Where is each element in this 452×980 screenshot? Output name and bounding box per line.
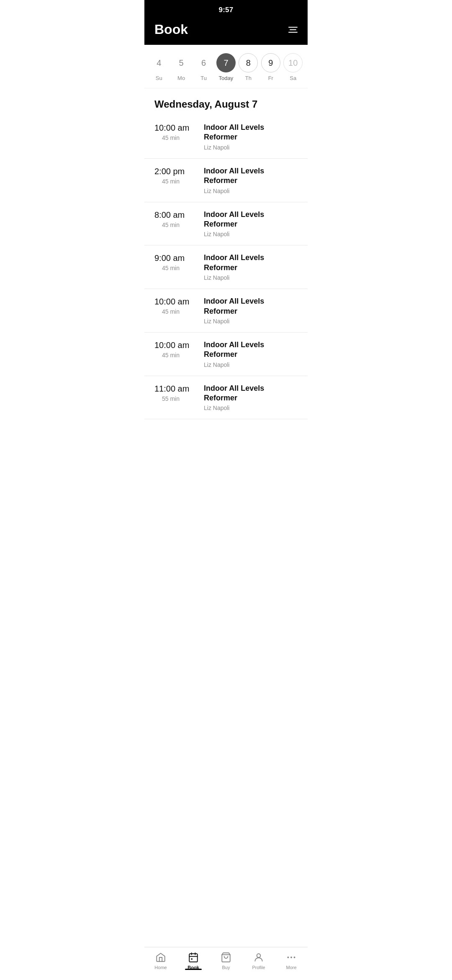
day-number-6: 6 [194, 53, 213, 72]
day-label-6: Tu [200, 75, 207, 81]
class-name: Indoor All Levels Reformer [204, 384, 298, 403]
status-bar: 9:57 [144, 0, 308, 18]
time-main: 8:00 am [154, 210, 185, 220]
class-time: 9:00 am 45 min [154, 253, 200, 271]
class-name: Indoor All Levels Reformer [204, 297, 298, 316]
day-number-5: 5 [172, 53, 191, 72]
day-label-8: Th [245, 75, 252, 81]
class-instructor: Liz Napoli [204, 231, 298, 237]
time-duration: 45 min [162, 352, 180, 358]
class-list-item[interactable]: 9:00 am 45 min Indoor All Levels Reforme… [144, 245, 308, 289]
class-time: 10:00 am 45 min [154, 123, 200, 141]
header: Book [144, 18, 308, 45]
class-name: Indoor All Levels Reformer [204, 210, 298, 230]
class-instructor: Liz Napoli [204, 274, 298, 281]
class-info: Indoor All Levels Reformer Liz Napoli [200, 253, 298, 281]
class-name: Indoor All Levels Reformer [204, 340, 298, 360]
class-list-item[interactable]: 10:00 am 45 min Indoor All Levels Reform… [144, 115, 308, 159]
class-list-item[interactable]: 2:00 pm 45 min Indoor All Levels Reforme… [144, 159, 308, 202]
day-label-4: Su [156, 75, 162, 81]
day-number-10: 10 [283, 53, 303, 72]
day-label-9: Fr [268, 75, 273, 81]
day-item-6[interactable]: 6 Tu [194, 53, 213, 81]
time-main: 10:00 am [154, 340, 189, 350]
class-instructor: Liz Napoli [204, 188, 298, 194]
page-title: Book [154, 22, 188, 37]
day-number-4: 4 [149, 53, 169, 72]
class-time: 10:00 am 45 min [154, 297, 200, 315]
class-list: 10:00 am 45 min Indoor All Levels Reform… [144, 115, 308, 469]
time-duration: 45 min [162, 178, 180, 185]
time-duration: 55 min [162, 395, 180, 402]
class-instructor: Liz Napoli [204, 405, 298, 411]
day-item-4[interactable]: 4 Su [149, 53, 169, 81]
class-list-item[interactable]: 10:00 am 45 min Indoor All Levels Reform… [144, 333, 308, 376]
class-info: Indoor All Levels Reformer Liz Napoli [200, 340, 298, 368]
day-label-7: Today [219, 75, 234, 81]
class-instructor: Liz Napoli [204, 361, 298, 368]
class-info: Indoor All Levels Reformer Liz Napoli [200, 384, 298, 412]
class-list-item[interactable]: 8:00 am 45 min Indoor All Levels Reforme… [144, 202, 308, 246]
class-time: 10:00 am 45 min [154, 340, 200, 358]
time-main: 10:00 am [154, 297, 189, 307]
day-number-9: 9 [261, 53, 280, 72]
time-main: 2:00 pm [154, 166, 185, 176]
day-item-8[interactable]: 8 Th [239, 53, 258, 81]
time-duration: 45 min [162, 265, 180, 271]
time-duration: 45 min [162, 134, 180, 141]
class-list-item[interactable]: 11:00 am 55 min Indoor All Levels Reform… [144, 376, 308, 420]
class-name: Indoor All Levels Reformer [204, 166, 298, 186]
day-number-7: 7 [216, 53, 236, 72]
class-name: Indoor All Levels Reformer [204, 253, 298, 273]
class-info: Indoor All Levels Reformer Liz Napoli [200, 166, 298, 194]
day-label-10: Sa [290, 75, 296, 81]
day-number-8: 8 [239, 53, 258, 72]
class-instructor: Liz Napoli [204, 318, 298, 325]
filter-button[interactable] [288, 27, 298, 33]
day-label-5: Mo [177, 75, 185, 81]
class-info: Indoor All Levels Reformer Liz Napoli [200, 123, 298, 151]
status-time: 9:57 [218, 6, 233, 14]
time-main: 9:00 am [154, 253, 185, 263]
time-main: 11:00 am [154, 384, 189, 394]
day-item-5[interactable]: 5 Mo [172, 53, 191, 81]
time-main: 10:00 am [154, 123, 189, 133]
class-instructor: Liz Napoli [204, 144, 298, 151]
class-time: 2:00 pm 45 min [154, 166, 200, 185]
class-list-item[interactable]: 10:00 am 45 min Indoor All Levels Reform… [144, 289, 308, 333]
class-info: Indoor All Levels Reformer Liz Napoli [200, 297, 298, 325]
day-item-10[interactable]: 10 Sa [283, 53, 303, 81]
day-item-7[interactable]: 7 Today [216, 53, 236, 81]
class-time: 11:00 am 55 min [154, 384, 200, 402]
time-duration: 45 min [162, 222, 180, 228]
class-time: 8:00 am 45 min [154, 210, 200, 228]
class-info: Indoor All Levels Reformer Liz Napoli [200, 210, 298, 238]
class-name: Indoor All Levels Reformer [204, 123, 298, 142]
date-heading: Wednesday, August 7 [144, 88, 308, 115]
day-selector: 4 Su 5 Mo 6 Tu 7 Today 8 Th 9 Fr 10 Sa [144, 45, 308, 88]
time-duration: 45 min [162, 308, 180, 315]
day-item-9[interactable]: 9 Fr [261, 53, 280, 81]
